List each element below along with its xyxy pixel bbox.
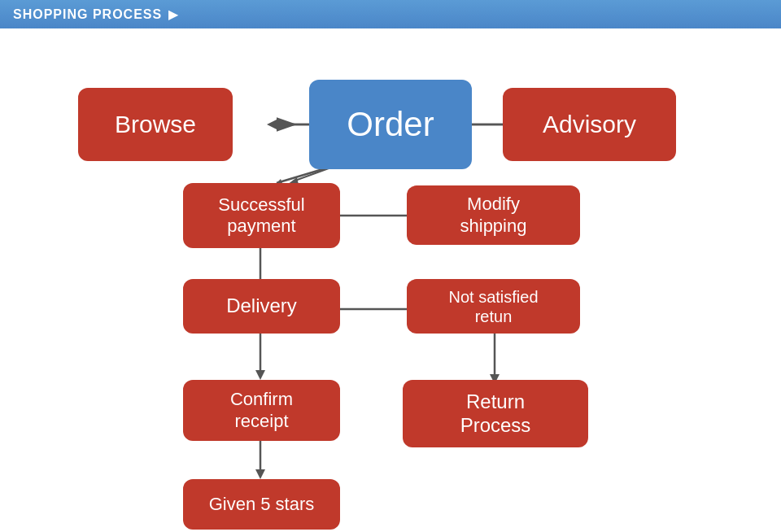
delivery-node: Delivery: [183, 279, 340, 334]
return-process-node: Return Process: [403, 380, 588, 447]
svg-marker-8: [267, 120, 277, 129]
advisory-node: Advisory: [503, 88, 676, 161]
successful-payment-node: Successful payment: [183, 183, 340, 248]
svg-marker-18: [255, 370, 265, 380]
confirm-receipt-node: Confirm receipt: [183, 380, 340, 441]
modify-shipping-node: Modify shipping: [407, 185, 580, 245]
header: SHOPPING PROCESS ▶: [0, 0, 781, 28]
browse-node: Browse: [78, 88, 233, 161]
header-title: SHOPPING PROCESS: [13, 7, 162, 22]
order-node: Order: [309, 80, 472, 169]
svg-marker-22: [255, 469, 265, 479]
diagram-area: Browse Order Advisory Successful payment…: [0, 28, 781, 525]
given-stars-node: Given 5 stars: [183, 479, 340, 530]
header-arrow: ▶: [168, 7, 178, 22]
not-satisfied-node: Not satisfied retun: [407, 279, 580, 334]
